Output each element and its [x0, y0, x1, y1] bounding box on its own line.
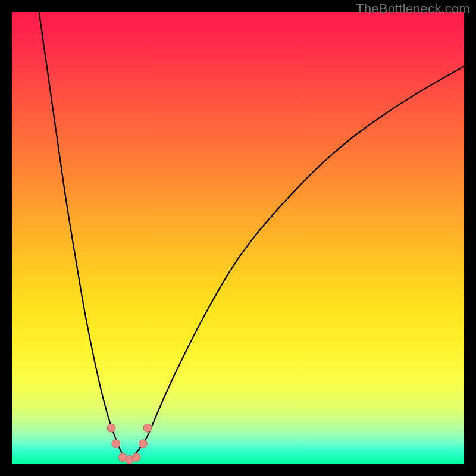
chart-frame: TheBottleneck.com: [0, 0, 476, 476]
watermark-text: TheBottleneck.com: [356, 1, 470, 17]
marker-left-upper: [107, 424, 115, 432]
marker-right-lower: [139, 440, 147, 448]
marker-bottom-3: [132, 453, 140, 462]
plot-area: [12, 12, 464, 464]
chart-svg: [12, 12, 464, 464]
marker-right-upper: [143, 424, 152, 432]
bottleneck-curve: [39, 12, 464, 459]
markers-group: [107, 424, 152, 464]
marker-left-lower: [112, 440, 120, 448]
